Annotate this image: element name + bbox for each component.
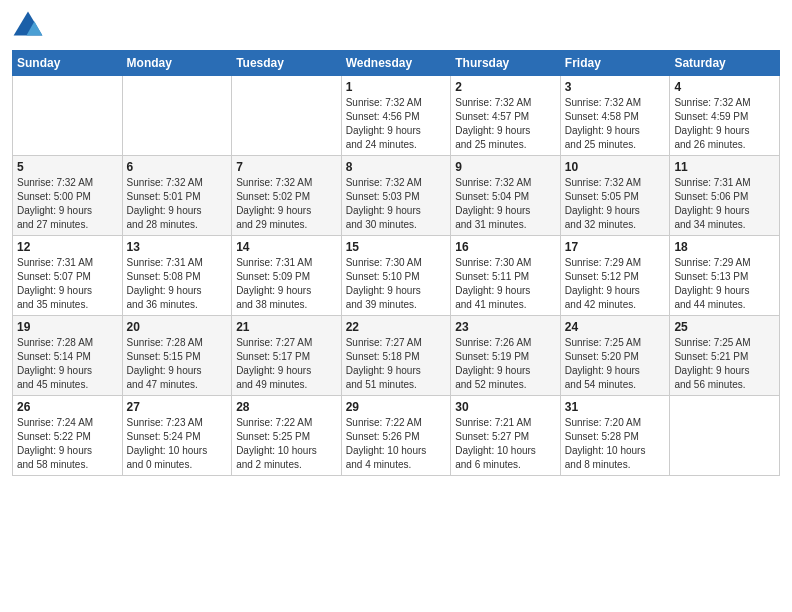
calendar-cell: 31Sunrise: 7:20 AM Sunset: 5:28 PM Dayli… [560,396,670,476]
day-number: 13 [127,240,228,254]
header [12,10,780,42]
day-info: Sunrise: 7:32 AM Sunset: 4:58 PM Dayligh… [565,96,666,152]
day-info: Sunrise: 7:23 AM Sunset: 5:24 PM Dayligh… [127,416,228,472]
calendar-cell: 7Sunrise: 7:32 AM Sunset: 5:02 PM Daylig… [232,156,342,236]
day-number: 10 [565,160,666,174]
calendar-cell: 20Sunrise: 7:28 AM Sunset: 5:15 PM Dayli… [122,316,232,396]
calendar-cell: 21Sunrise: 7:27 AM Sunset: 5:17 PM Dayli… [232,316,342,396]
calendar-week-row: 1Sunrise: 7:32 AM Sunset: 4:56 PM Daylig… [13,76,780,156]
day-info: Sunrise: 7:27 AM Sunset: 5:17 PM Dayligh… [236,336,337,392]
day-number: 23 [455,320,556,334]
day-number: 30 [455,400,556,414]
calendar-cell [122,76,232,156]
day-info: Sunrise: 7:31 AM Sunset: 5:07 PM Dayligh… [17,256,118,312]
day-info: Sunrise: 7:25 AM Sunset: 5:21 PM Dayligh… [674,336,775,392]
calendar-cell: 14Sunrise: 7:31 AM Sunset: 5:09 PM Dayli… [232,236,342,316]
day-number: 21 [236,320,337,334]
calendar-cell: 6Sunrise: 7:32 AM Sunset: 5:01 PM Daylig… [122,156,232,236]
calendar-week-row: 12Sunrise: 7:31 AM Sunset: 5:07 PM Dayli… [13,236,780,316]
day-number: 11 [674,160,775,174]
calendar-cell: 16Sunrise: 7:30 AM Sunset: 5:11 PM Dayli… [451,236,561,316]
day-number: 26 [17,400,118,414]
day-number: 25 [674,320,775,334]
day-number: 5 [17,160,118,174]
calendar-cell: 12Sunrise: 7:31 AM Sunset: 5:07 PM Dayli… [13,236,123,316]
calendar-cell: 17Sunrise: 7:29 AM Sunset: 5:12 PM Dayli… [560,236,670,316]
calendar-cell: 29Sunrise: 7:22 AM Sunset: 5:26 PM Dayli… [341,396,451,476]
day-number: 18 [674,240,775,254]
calendar-cell [13,76,123,156]
day-number: 9 [455,160,556,174]
weekday-header: Thursday [451,51,561,76]
day-number: 19 [17,320,118,334]
calendar-week-row: 19Sunrise: 7:28 AM Sunset: 5:14 PM Dayli… [13,316,780,396]
calendar-cell: 9Sunrise: 7:32 AM Sunset: 5:04 PM Daylig… [451,156,561,236]
calendar-cell: 27Sunrise: 7:23 AM Sunset: 5:24 PM Dayli… [122,396,232,476]
day-info: Sunrise: 7:31 AM Sunset: 5:08 PM Dayligh… [127,256,228,312]
day-number: 2 [455,80,556,94]
day-info: Sunrise: 7:30 AM Sunset: 5:10 PM Dayligh… [346,256,447,312]
logo [12,10,48,42]
calendar-cell: 8Sunrise: 7:32 AM Sunset: 5:03 PM Daylig… [341,156,451,236]
day-info: Sunrise: 7:29 AM Sunset: 5:13 PM Dayligh… [674,256,775,312]
weekday-header: Monday [122,51,232,76]
logo-icon [12,10,44,42]
day-info: Sunrise: 7:32 AM Sunset: 4:57 PM Dayligh… [455,96,556,152]
calendar-cell: 11Sunrise: 7:31 AM Sunset: 5:06 PM Dayli… [670,156,780,236]
calendar-cell: 19Sunrise: 7:28 AM Sunset: 5:14 PM Dayli… [13,316,123,396]
calendar-cell: 2Sunrise: 7:32 AM Sunset: 4:57 PM Daylig… [451,76,561,156]
day-info: Sunrise: 7:32 AM Sunset: 4:59 PM Dayligh… [674,96,775,152]
day-number: 8 [346,160,447,174]
day-info: Sunrise: 7:24 AM Sunset: 5:22 PM Dayligh… [17,416,118,472]
page-container: SundayMondayTuesdayWednesdayThursdayFrid… [0,0,792,484]
day-number: 17 [565,240,666,254]
day-number: 24 [565,320,666,334]
day-info: Sunrise: 7:22 AM Sunset: 5:26 PM Dayligh… [346,416,447,472]
calendar-cell: 25Sunrise: 7:25 AM Sunset: 5:21 PM Dayli… [670,316,780,396]
day-info: Sunrise: 7:32 AM Sunset: 5:00 PM Dayligh… [17,176,118,232]
day-number: 22 [346,320,447,334]
day-info: Sunrise: 7:32 AM Sunset: 5:05 PM Dayligh… [565,176,666,232]
calendar-cell: 4Sunrise: 7:32 AM Sunset: 4:59 PM Daylig… [670,76,780,156]
calendar-cell: 13Sunrise: 7:31 AM Sunset: 5:08 PM Dayli… [122,236,232,316]
day-info: Sunrise: 7:28 AM Sunset: 5:14 PM Dayligh… [17,336,118,392]
calendar-cell [670,396,780,476]
calendar-cell: 24Sunrise: 7:25 AM Sunset: 5:20 PM Dayli… [560,316,670,396]
day-number: 6 [127,160,228,174]
day-info: Sunrise: 7:29 AM Sunset: 5:12 PM Dayligh… [565,256,666,312]
day-info: Sunrise: 7:31 AM Sunset: 5:06 PM Dayligh… [674,176,775,232]
calendar-week-row: 26Sunrise: 7:24 AM Sunset: 5:22 PM Dayli… [13,396,780,476]
day-info: Sunrise: 7:32 AM Sunset: 5:04 PM Dayligh… [455,176,556,232]
day-info: Sunrise: 7:30 AM Sunset: 5:11 PM Dayligh… [455,256,556,312]
calendar-cell: 30Sunrise: 7:21 AM Sunset: 5:27 PM Dayli… [451,396,561,476]
day-number: 20 [127,320,228,334]
day-number: 31 [565,400,666,414]
day-number: 15 [346,240,447,254]
day-number: 27 [127,400,228,414]
day-info: Sunrise: 7:31 AM Sunset: 5:09 PM Dayligh… [236,256,337,312]
day-info: Sunrise: 7:26 AM Sunset: 5:19 PM Dayligh… [455,336,556,392]
calendar-cell: 26Sunrise: 7:24 AM Sunset: 5:22 PM Dayli… [13,396,123,476]
day-info: Sunrise: 7:20 AM Sunset: 5:28 PM Dayligh… [565,416,666,472]
weekday-header: Tuesday [232,51,342,76]
day-number: 7 [236,160,337,174]
calendar-cell: 28Sunrise: 7:22 AM Sunset: 5:25 PM Dayli… [232,396,342,476]
calendar-cell: 3Sunrise: 7:32 AM Sunset: 4:58 PM Daylig… [560,76,670,156]
day-info: Sunrise: 7:32 AM Sunset: 4:56 PM Dayligh… [346,96,447,152]
calendar-cell: 23Sunrise: 7:26 AM Sunset: 5:19 PM Dayli… [451,316,561,396]
day-number: 28 [236,400,337,414]
day-number: 1 [346,80,447,94]
day-number: 14 [236,240,337,254]
day-number: 4 [674,80,775,94]
calendar-cell: 15Sunrise: 7:30 AM Sunset: 5:10 PM Dayli… [341,236,451,316]
weekday-header: Friday [560,51,670,76]
day-info: Sunrise: 7:32 AM Sunset: 5:03 PM Dayligh… [346,176,447,232]
calendar-cell [232,76,342,156]
weekday-header-row: SundayMondayTuesdayWednesdayThursdayFrid… [13,51,780,76]
day-number: 3 [565,80,666,94]
calendar-cell: 10Sunrise: 7:32 AM Sunset: 5:05 PM Dayli… [560,156,670,236]
day-info: Sunrise: 7:27 AM Sunset: 5:18 PM Dayligh… [346,336,447,392]
day-info: Sunrise: 7:25 AM Sunset: 5:20 PM Dayligh… [565,336,666,392]
weekday-header: Wednesday [341,51,451,76]
weekday-header: Saturday [670,51,780,76]
